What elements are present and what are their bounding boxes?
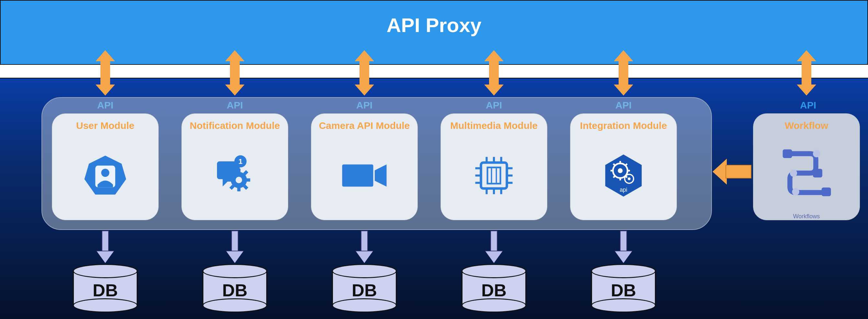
svg-rect-18 — [481, 163, 507, 189]
svg-marker-17 — [375, 164, 387, 187]
svg-rect-8 — [238, 188, 241, 192]
module-card-camera: Camera API Module — [311, 113, 418, 220]
svg-rect-47 — [783, 149, 792, 158]
module-title: Notification Module — [184, 120, 286, 131]
module-title: User Module — [70, 120, 140, 131]
module-title: Integration Module — [574, 120, 673, 131]
workflow-subtitle: Workflows — [793, 213, 820, 220]
divider-gap — [0, 65, 868, 78]
svg-point-50 — [813, 150, 820, 157]
notification-badge-count: 1 — [238, 157, 243, 165]
svg-point-52 — [792, 188, 799, 195]
svg-point-46 — [628, 178, 630, 181]
bidir-arrow-icon — [96, 50, 115, 96]
svg-point-44 — [618, 168, 623, 173]
svg-rect-49 — [822, 188, 831, 196]
db-arrow-icon — [360, 231, 369, 263]
svg-point-15 — [236, 177, 242, 183]
db-label: DB — [481, 280, 506, 300]
notification-gear-icon: 1 — [182, 131, 288, 220]
chip-icon — [441, 131, 547, 220]
module-card-multimedia: Multimedia Module — [440, 113, 547, 220]
api-proxy-header: API Proxy — [0, 0, 868, 65]
svg-rect-16 — [342, 164, 373, 187]
database-icon: DB — [332, 264, 397, 313]
bidir-arrow-icon — [355, 50, 374, 96]
bidir-arrow-icon — [614, 50, 633, 96]
db-label: DB — [352, 280, 377, 300]
api-label: API — [800, 100, 816, 111]
db-label: DB — [93, 280, 118, 300]
db-label: DB — [222, 280, 247, 300]
module-title: Multimedia Module — [444, 120, 544, 131]
db-arrow-icon — [489, 231, 499, 263]
svg-rect-10 — [246, 179, 250, 182]
module-card-user: User Module — [52, 113, 159, 220]
workflow-card: Workflow Workflows — [753, 113, 860, 220]
svg-rect-9 — [228, 179, 232, 182]
api-hex-text: api — [620, 187, 627, 193]
database-icon: DB — [73, 264, 138, 313]
header-title: API Proxy — [387, 13, 482, 37]
module-title: Camera API Module — [313, 120, 416, 131]
database-icon: DB — [591, 264, 656, 313]
svg-point-2 — [101, 169, 109, 177]
db-arrow-icon — [230, 231, 240, 263]
bidir-arrow-icon — [797, 50, 816, 96]
bidir-arrow-icon — [484, 50, 504, 96]
bidir-arrow-icon — [225, 50, 245, 96]
svg-rect-19 — [488, 167, 500, 184]
db-label: DB — [611, 280, 636, 300]
workflow-icon — [753, 131, 860, 212]
user-badge-icon — [52, 131, 158, 220]
arrow-left-icon — [713, 159, 751, 185]
svg-rect-7 — [238, 169, 241, 173]
db-arrow-icon — [100, 231, 110, 263]
svg-point-51 — [790, 169, 797, 177]
workflow-title: Workflow — [779, 120, 834, 131]
database-icon: DB — [462, 264, 526, 313]
camera-icon — [311, 131, 417, 220]
db-arrow-icon — [619, 231, 628, 263]
module-card-notification: Notification Module 1 — [181, 113, 288, 220]
api-hex-icon: api — [570, 131, 677, 220]
module-card-integration: Integration Module api — [570, 113, 677, 220]
svg-rect-48 — [813, 169, 822, 178]
database-icon: DB — [203, 264, 267, 313]
